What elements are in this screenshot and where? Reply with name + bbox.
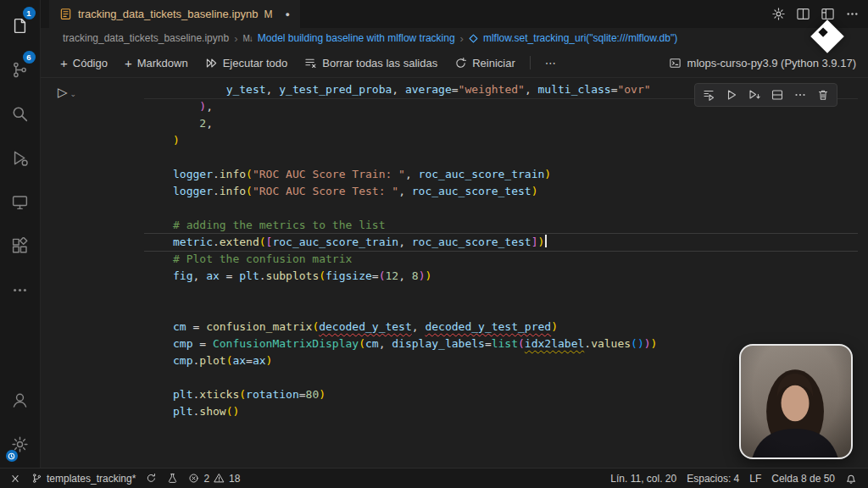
code-token: roc_auc_score_test <box>412 236 531 248</box>
status-bar: templates_tracking* 2 18 Lín. 11, col. 2… <box>0 468 868 488</box>
breadcrumb-cell[interactable]: mlflow.set_tracking_uri("sqlite:///mlflo… <box>483 32 677 44</box>
search-icon[interactable] <box>0 92 41 136</box>
code-token: , <box>206 100 213 113</box>
breadcrumb-section[interactable]: Model building baseline with mlflow trac… <box>258 32 455 44</box>
split-editor-icon[interactable] <box>796 7 810 21</box>
execute-below-icon[interactable] <box>744 86 765 104</box>
notebook-toolbar: + Código + Markdown Ejecutar todo Borrar… <box>41 48 868 78</box>
code-token: . <box>213 185 220 197</box>
settings-gear-icon[interactable] <box>0 422 41 466</box>
code-token: ) <box>544 168 551 180</box>
code-line[interactable] <box>144 149 858 166</box>
code-token: roc_auc_score_test <box>412 185 531 197</box>
code-token: idx2label <box>525 337 584 350</box>
code-token: ) <box>232 405 239 418</box>
code-token: logger <box>173 185 213 197</box>
code-token: "ovr" <box>617 83 650 96</box>
toolbar-more-button[interactable]: ⋯ <box>537 52 564 74</box>
extensions-icon[interactable] <box>0 224 41 268</box>
notifications-bell[interactable] <box>841 469 861 488</box>
test-beaker[interactable] <box>163 469 182 488</box>
run-debug-icon[interactable] <box>0 136 41 180</box>
code-token: , <box>412 320 426 333</box>
code-token <box>173 100 199 113</box>
tab-dirty-indicator[interactable]: ● <box>285 10 289 19</box>
more-views-icon[interactable] <box>0 268 41 312</box>
code-line[interactable]: 2, <box>144 115 858 132</box>
watermark-inner-diamond <box>818 27 827 36</box>
restart-kernel-button[interactable]: Reiniciar <box>447 52 523 74</box>
code-token: , <box>206 117 213 130</box>
delete-cell-icon[interactable] <box>813 86 833 104</box>
more-actions-icon[interactable] <box>790 86 810 104</box>
remote-explorer-icon[interactable] <box>0 180 41 224</box>
code-token: extend <box>220 236 259 248</box>
more-actions-icon[interactable] <box>845 7 860 21</box>
cell-indicator[interactable]: Celda 8 de 50 <box>767 469 839 488</box>
code-line[interactable]: logger.info("ROC AUC Score Test: ", roc_… <box>144 183 858 200</box>
code-token: rotation <box>246 388 299 401</box>
code-token: ) <box>651 337 658 350</box>
activity-bar-bottom <box>0 378 41 466</box>
cursor-position[interactable]: Lín. 11, col. 20 <box>606 469 681 488</box>
run-cell-button[interactable]: ▷ ⌄ <box>58 85 76 100</box>
run-by-line-icon[interactable] <box>698 86 719 104</box>
code-line[interactable]: # Plot the confusion matrix <box>144 251 858 268</box>
code-token: ( <box>239 388 246 401</box>
account-icon[interactable] <box>0 378 41 422</box>
code-token: . <box>213 236 220 248</box>
code-token: confusion_matrix <box>206 320 312 333</box>
run-all-button[interactable]: Ejecutar todo <box>198 52 296 74</box>
clear-outputs-icon <box>304 57 317 69</box>
code-token: cmp <box>173 337 192 350</box>
code-token: "ROC AUC Score Test: " <box>253 185 398 197</box>
code-token: . <box>213 168 220 180</box>
code-token: info <box>220 168 246 180</box>
add-code-cell-button[interactable]: + Código <box>53 52 115 74</box>
add-markdown-cell-button[interactable]: + Markdown <box>117 52 196 74</box>
code-line[interactable] <box>144 200 858 217</box>
eol-indicator[interactable]: LF <box>745 469 765 488</box>
code-token: = <box>299 388 306 401</box>
remote-indicator[interactable] <box>5 469 25 488</box>
code-token: display_labels <box>392 337 485 350</box>
activity-bar: 1 6 <box>0 0 41 468</box>
code-line[interactable]: logger.info("ROC AUC Score Train: ", roc… <box>144 166 858 183</box>
sync-button[interactable] <box>142 469 161 488</box>
source-control-icon[interactable]: 6 <box>0 47 41 92</box>
indentation-indicator[interactable]: Espacios: 4 <box>682 469 743 488</box>
code-token: , <box>398 185 412 197</box>
kernel-icon <box>669 57 682 69</box>
code-line[interactable] <box>144 285 858 302</box>
run-all-icon <box>205 57 218 69</box>
code-line[interactable]: metric.extend([roc_auc_score_train, roc_… <box>144 234 858 251</box>
settings-update-badge <box>6 450 18 462</box>
code-token <box>173 83 226 96</box>
explorer-icon[interactable]: 1 <box>0 3 41 47</box>
code-token: = <box>485 337 492 350</box>
clear-outputs-button[interactable]: Borrar todas las salidas <box>297 52 445 74</box>
code-line[interactable]: # adding the metrics to the list <box>144 217 858 234</box>
code-line[interactable] <box>144 302 858 319</box>
status-bar-right: Lín. 11, col. 20 Espacios: 4 LF Celda 8 … <box>606 469 861 488</box>
kernel-picker[interactable]: mlops-curso-py3.9 (Python 3.9.17) <box>669 57 856 69</box>
code-line[interactable]: fig, ax = plt.subplots(figsize=(12, 8)) <box>144 268 858 285</box>
split-cell-icon[interactable] <box>767 86 787 104</box>
settings-gear-icon[interactable] <box>771 7 786 21</box>
code-token: decoded_y_test_pred <box>425 320 551 333</box>
code-token: "weighted" <box>459 83 525 96</box>
code-line[interactable]: ) <box>144 132 858 149</box>
git-branch[interactable]: templates_tracking* <box>27 469 140 488</box>
code-token: roc_auc_score_train <box>272 236 398 248</box>
editor-tab[interactable]: tracking_data_tickets_baseline.ipynb M ● <box>49 0 300 28</box>
code-token: ) <box>551 320 558 333</box>
code-token: ( <box>246 185 253 197</box>
execute-cell-icon[interactable] <box>721 86 742 104</box>
problems-indicator[interactable]: 2 18 <box>184 469 244 488</box>
code-token: logger <box>173 168 213 180</box>
code-line[interactable]: cm = confusion_matrix(decoded_y_test, de… <box>144 319 858 336</box>
code-token: 12 <box>386 269 399 282</box>
code-token: 8 <box>412 269 419 282</box>
code-token: ) <box>425 269 431 282</box>
breadcrumb-file[interactable]: tracking_data_tickets_baseline.ipynb <box>63 32 229 44</box>
